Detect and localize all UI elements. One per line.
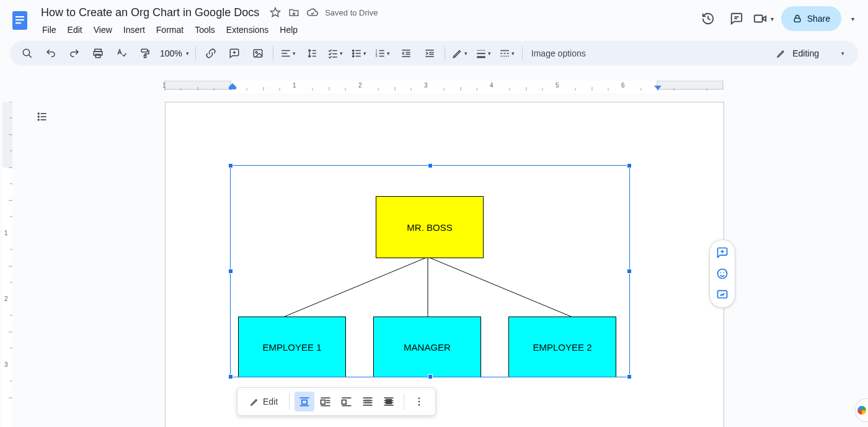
history-button[interactable] bbox=[696, 6, 720, 31]
resize-handle-bm[interactable] bbox=[428, 374, 433, 379]
editing-mode-button[interactable]: Editing ▾ bbox=[769, 45, 852, 62]
behind-text-button[interactable] bbox=[358, 392, 378, 411]
svg-rect-7 bbox=[755, 16, 763, 22]
border-weight-button[interactable]: ▾ bbox=[472, 45, 495, 62]
border-color-button[interactable]: ▾ bbox=[449, 45, 471, 62]
wrap-inline-button[interactable] bbox=[294, 392, 314, 411]
wrap-text-icon bbox=[319, 395, 332, 408]
menu-tools[interactable]: Tools bbox=[190, 22, 220, 37]
right-indent-marker[interactable] bbox=[653, 86, 663, 93]
menu-help[interactable]: Help bbox=[275, 22, 303, 37]
meet-button[interactable]: ▾ bbox=[753, 6, 777, 31]
left-indent-marker[interactable] bbox=[228, 81, 237, 93]
decrease-indent-button[interactable] bbox=[395, 45, 417, 62]
border-dash-button[interactable]: ▾ bbox=[496, 45, 518, 62]
insert-link-button[interactable] bbox=[200, 45, 222, 62]
resize-handle-mr[interactable] bbox=[627, 269, 632, 274]
docs-icon bbox=[9, 9, 31, 32]
front-text-icon bbox=[383, 395, 395, 408]
resize-handle-tl[interactable] bbox=[228, 163, 233, 168]
svg-point-114 bbox=[38, 119, 39, 120]
add-comment-side-button[interactable] bbox=[714, 244, 731, 261]
selection-frame[interactable] bbox=[230, 165, 630, 377]
move-icon[interactable] bbox=[288, 6, 300, 19]
svg-point-140 bbox=[418, 397, 420, 399]
explore-icon bbox=[857, 406, 866, 415]
menu-view[interactable]: View bbox=[89, 22, 117, 37]
align-left-icon bbox=[280, 48, 291, 59]
front-text-button[interactable] bbox=[379, 392, 399, 411]
svg-marker-91 bbox=[654, 86, 662, 90]
svg-point-32 bbox=[353, 50, 354, 51]
menu-extensions[interactable]: Extensions bbox=[221, 22, 273, 37]
resize-handle-bl[interactable] bbox=[228, 374, 233, 379]
insert-image-button[interactable] bbox=[247, 45, 269, 62]
paint-format-button[interactable] bbox=[134, 45, 156, 62]
menu-edit[interactable]: Edit bbox=[63, 22, 87, 37]
zoom-value: 100% bbox=[160, 48, 182, 58]
share-button[interactable]: Share bbox=[781, 6, 841, 31]
document-canvas[interactable]: MR. BOSS EMPLOYEE 1 MANAGER EMPLOYEE 2 E… bbox=[15, 93, 868, 427]
svg-rect-16 bbox=[141, 49, 148, 52]
checklist-button[interactable]: ▾ bbox=[324, 45, 347, 62]
ruler-number: 3 bbox=[4, 361, 8, 368]
menu-insert[interactable]: Insert bbox=[118, 22, 150, 37]
document-title[interactable]: How to Create an Org Chart in Google Doc… bbox=[37, 5, 263, 20]
line-spacing-button[interactable] bbox=[301, 45, 323, 62]
menu-format[interactable]: Format bbox=[151, 22, 188, 37]
spellcheck-button[interactable] bbox=[110, 45, 133, 62]
pen-icon bbox=[452, 48, 463, 59]
numbered-list-button[interactable]: 123▾ bbox=[371, 45, 394, 62]
resize-handle-br[interactable] bbox=[627, 374, 632, 379]
add-comment-icon bbox=[229, 48, 240, 59]
break-text-button[interactable] bbox=[337, 392, 356, 411]
svg-rect-123 bbox=[321, 400, 326, 405]
camera-icon bbox=[753, 12, 767, 25]
print-button[interactable] bbox=[87, 45, 109, 62]
search-button[interactable] bbox=[16, 45, 38, 62]
horizontal-ruler[interactable]: 1 1 2 3 4 5 6 7 bbox=[12, 81, 868, 93]
resize-handle-tm[interactable] bbox=[428, 163, 433, 168]
vertical-ruler[interactable]: 1 2 3 bbox=[2, 102, 15, 427]
edit-drawing-button[interactable]: Edit bbox=[244, 397, 284, 407]
insert-comment-button[interactable] bbox=[223, 45, 246, 62]
chevron-down-icon: ▾ bbox=[386, 50, 390, 56]
chevron-down-icon: ▾ bbox=[339, 50, 343, 56]
share-dropdown[interactable]: ▾ bbox=[845, 6, 861, 31]
title-row: How to Create an Org Chart in Google Doc… bbox=[37, 4, 378, 21]
wrap-text-button[interactable] bbox=[316, 392, 335, 411]
more-image-options-button[interactable] bbox=[409, 392, 429, 411]
bulleted-list-button[interactable]: ▾ bbox=[348, 45, 370, 62]
chevron-down-icon: ▾ bbox=[185, 50, 189, 56]
svg-point-21 bbox=[255, 52, 257, 53]
share-label: Share bbox=[807, 14, 830, 24]
menu-file[interactable]: File bbox=[37, 22, 61, 37]
docs-logo[interactable] bbox=[7, 4, 32, 37]
increase-indent-button[interactable] bbox=[418, 45, 441, 62]
svg-rect-2 bbox=[16, 19, 24, 20]
image-options-button[interactable]: Image options bbox=[526, 48, 591, 58]
svg-point-147 bbox=[724, 272, 725, 274]
undo-button[interactable] bbox=[40, 45, 62, 62]
separator bbox=[445, 47, 445, 60]
emoji-icon bbox=[716, 267, 728, 280]
border-weight-icon bbox=[476, 48, 487, 59]
star-icon[interactable] bbox=[269, 6, 281, 19]
line-spacing-icon bbox=[306, 48, 317, 59]
show-outline-button[interactable] bbox=[32, 107, 52, 127]
align-button[interactable]: ▾ bbox=[277, 45, 299, 62]
cloud-saved-icon[interactable] bbox=[306, 6, 319, 19]
resize-handle-tr[interactable] bbox=[627, 163, 632, 168]
zoom-select[interactable]: 100%▾ bbox=[157, 48, 192, 58]
svg-rect-61 bbox=[657, 81, 723, 89]
suggest-edits-button[interactable] bbox=[714, 286, 731, 303]
separator bbox=[522, 47, 523, 60]
resize-handle-ml[interactable] bbox=[228, 269, 233, 274]
link-icon bbox=[205, 48, 216, 59]
svg-rect-54 bbox=[477, 56, 486, 58]
chevron-down-icon: ▾ bbox=[362, 50, 366, 56]
comments-button[interactable] bbox=[724, 6, 749, 31]
redo-button[interactable] bbox=[63, 45, 86, 62]
emoji-react-button[interactable] bbox=[714, 265, 731, 282]
ruler-number: 1 bbox=[4, 230, 8, 236]
